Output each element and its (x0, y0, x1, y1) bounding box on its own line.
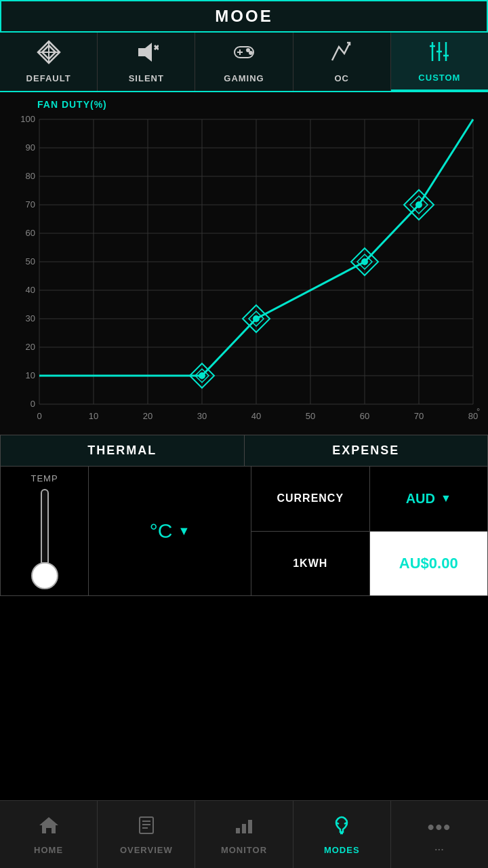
title-text: MOOE (215, 7, 272, 25)
currency-value: AUD (406, 491, 435, 507)
nav-monitor-label: MONITOR (221, 845, 267, 855)
thermometer-bulb (31, 562, 58, 589)
unit-selector[interactable]: °C ▼ (89, 467, 251, 595)
currency-row: CURRENCY AUD ▼ (251, 467, 487, 532)
thermometer-tube (41, 489, 49, 564)
kwh-row: 1KWH AU$0.00 (251, 532, 487, 596)
svg-point-10 (247, 49, 249, 52)
nav-more-label: ... (434, 842, 444, 852)
default-icon (37, 40, 61, 69)
tab-custom-label: CUSTOM (418, 73, 460, 83)
svg-text:60: 60 (359, 411, 369, 421)
oc-icon (329, 40, 354, 69)
tab-gaming[interactable]: GAMING (195, 33, 293, 91)
expense-section: CURRENCY AUD ▼ 1KWH AU$0.00 (251, 467, 487, 595)
nav-overview[interactable]: OVERVIEW (98, 801, 195, 868)
tab-custom[interactable]: CUSTOM (391, 33, 488, 91)
thermal-tab[interactable]: THERMAL (1, 435, 245, 466)
expense-tab[interactable]: EXPENSE (245, 435, 488, 466)
overview-icon (136, 814, 157, 841)
nav-modes-label: MODES (324, 845, 360, 855)
svg-text:50: 50 (305, 411, 314, 421)
nav-monitor[interactable]: MONITOR (195, 801, 293, 868)
thermal-section: TEMP °C ▼ (1, 467, 251, 595)
svg-text:40: 40 (25, 285, 35, 295)
svg-marker-4 (138, 43, 152, 62)
svg-text:90: 90 (25, 142, 35, 153)
svg-text:80: 80 (25, 171, 35, 181)
svg-text:10: 10 (25, 370, 35, 380)
svg-point-64 (253, 315, 260, 322)
currency-dropdown-arrow: ▼ (441, 492, 451, 505)
svg-rect-78 (248, 820, 252, 833)
nav-overview-label: OVERVIEW (120, 845, 173, 855)
bottom-tabs: THERMAL EXPENSE (1, 435, 487, 467)
tab-gaming-label: GAMING (224, 73, 264, 83)
svg-marker-71 (39, 817, 58, 833)
gaming-icon (232, 40, 256, 69)
svg-text:20: 20 (142, 411, 152, 421)
svg-text:70: 70 (413, 411, 423, 421)
unit-dropdown-arrow: ▼ (178, 524, 190, 538)
chart-container[interactable]: 0 10 20 30 40 50 60 70 80 90 100 0 10 20… (5, 113, 480, 431)
custom-icon (427, 39, 451, 68)
svg-text:°C: °C (476, 406, 480, 416)
currency-selector[interactable]: AUD ▼ (370, 467, 488, 531)
svg-text:10: 10 (88, 411, 98, 421)
tab-silent-label: SILENT (129, 73, 164, 83)
tab-default[interactable]: DEFAULT (0, 33, 98, 91)
svg-point-70 (415, 201, 422, 208)
kwh-value[interactable]: AU$0.00 (370, 532, 488, 596)
nav-home[interactable]: HOME (0, 801, 98, 868)
unit-value: °C (150, 519, 173, 542)
bottom-nav: HOME OVERVIEW MONITOR (0, 800, 488, 868)
svg-text:0: 0 (37, 411, 41, 421)
mode-tabs: DEFAULT SILENT GAMING (0, 33, 488, 92)
chart-title: FAN DUTY(%) (37, 99, 481, 110)
more-icon: ••• (428, 816, 451, 838)
svg-text:40: 40 (251, 411, 260, 421)
app-title: MOOE (0, 0, 488, 33)
kwh-label: 1KWH (251, 532, 370, 596)
bottom-panel: THERMAL EXPENSE TEMP °C ▼ CURRENCY AUD (0, 435, 488, 596)
svg-point-11 (249, 52, 252, 54)
chart-section: FAN DUTY(%) (0, 92, 488, 435)
svg-rect-77 (242, 824, 246, 833)
svg-text:20: 20 (25, 342, 35, 352)
nav-modes[interactable]: MODES (293, 801, 391, 868)
silent-icon (134, 40, 159, 69)
svg-text:100: 100 (20, 114, 35, 124)
svg-text:30: 30 (25, 313, 35, 323)
svg-point-61 (199, 372, 205, 379)
bottom-content: TEMP °C ▼ CURRENCY AUD ▼ 1KWH (1, 467, 487, 595)
svg-text:60: 60 (25, 228, 35, 238)
temp-label: TEMP (30, 473, 58, 484)
monitor-icon (233, 814, 255, 841)
nav-more[interactable]: ••• ... (391, 801, 488, 868)
thermometer (31, 489, 58, 589)
modes-icon (331, 814, 352, 841)
tab-oc-label: OC (334, 73, 349, 83)
home-icon (38, 814, 60, 841)
svg-rect-76 (236, 828, 240, 833)
svg-point-67 (361, 258, 368, 265)
svg-text:0: 0 (30, 399, 35, 409)
tab-silent[interactable]: SILENT (98, 33, 195, 91)
svg-text:30: 30 (197, 411, 206, 421)
nav-home-label: HOME (34, 845, 63, 855)
svg-text:50: 50 (25, 256, 35, 267)
tab-default-label: DEFAULT (26, 73, 71, 83)
svg-text:70: 70 (25, 199, 35, 210)
currency-label: CURRENCY (251, 467, 370, 531)
temp-column: TEMP (1, 467, 89, 595)
tab-oc[interactable]: OC (293, 33, 391, 91)
